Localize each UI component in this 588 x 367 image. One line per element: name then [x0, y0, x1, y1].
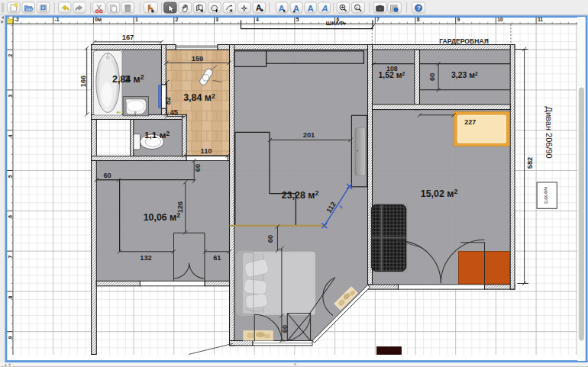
svg-text:8: 8: [8, 295, 13, 298]
svg-text:159: 159: [192, 55, 204, 63]
svg-text:-1: -1: [55, 17, 60, 22]
svg-text:+: +: [341, 5, 344, 10]
svg-text:1,1 м2: 1,1 м2: [144, 130, 170, 140]
svg-text:132: 132: [140, 254, 152, 262]
svg-text:110: 110: [201, 147, 212, 155]
svg-text:3,23 м2: 3,23 м2: [451, 70, 478, 79]
svg-text:126: 126: [176, 201, 184, 214]
svg-text:4: 4: [8, 134, 13, 137]
svg-text:11: 11: [538, 17, 543, 22]
svg-text:9: 9: [8, 336, 13, 339]
svg-text:3: 3: [8, 94, 13, 97]
svg-text:пуф 55/71: пуф 55/71: [544, 187, 548, 204]
svg-text:15,02 м2: 15,02 м2: [421, 188, 458, 198]
svg-text:7: 7: [8, 256, 13, 259]
svg-text:5: 5: [296, 17, 299, 22]
svg-text:8: 8: [417, 17, 420, 22]
svg-text:60: 60: [103, 172, 111, 179]
svg-text:60: 60: [281, 325, 289, 333]
svg-text:61: 61: [213, 254, 221, 262]
svg-text:1: 1: [135, 17, 138, 22]
svg-text:3,84 м2: 3,84 м2: [183, 92, 215, 103]
svg-text:60: 60: [267, 235, 274, 243]
svg-text:582: 582: [526, 157, 534, 169]
svg-text:ШКАФ: ШКАФ: [326, 20, 344, 27]
svg-text:167: 167: [122, 34, 134, 41]
svg-text:9: 9: [457, 17, 460, 22]
svg-text:A: A: [256, 4, 262, 13]
svg-text:7: 7: [376, 17, 380, 22]
svg-text:0м: 0м: [95, 17, 102, 22]
svg-text:60: 60: [428, 73, 436, 81]
svg-text:10,06 м2: 10,06 м2: [144, 211, 181, 222]
svg-text:23,28 м2: 23,28 м2: [282, 189, 319, 200]
svg-text:3: 3: [215, 17, 218, 22]
svg-text:A: A: [308, 4, 314, 13]
svg-text:?: ?: [417, 5, 421, 11]
svg-text:2: 2: [8, 54, 13, 57]
svg-text:60: 60: [194, 164, 202, 172]
svg-text:201: 201: [303, 131, 315, 139]
svg-text:3: 3: [124, 74, 130, 85]
svg-text:82: 82: [164, 97, 172, 105]
svg-text:45: 45: [170, 108, 178, 116]
svg-text:A: A: [321, 4, 328, 13]
svg-text:166: 166: [79, 76, 87, 88]
svg-text:108: 108: [386, 65, 398, 72]
svg-text:-2: -2: [15, 17, 19, 22]
svg-text:227: 227: [464, 118, 476, 126]
svg-text:6: 6: [8, 215, 13, 218]
svg-text:Диван 206/90: Диван 206/90: [544, 107, 554, 159]
svg-text:2: 2: [176, 17, 179, 22]
svg-text:4: 4: [256, 17, 259, 22]
svg-text:10: 10: [497, 17, 503, 22]
svg-text:ГАРДЕРОБНАЯ: ГАРДЕРОБНАЯ: [439, 37, 489, 45]
svg-text:5: 5: [8, 175, 13, 178]
